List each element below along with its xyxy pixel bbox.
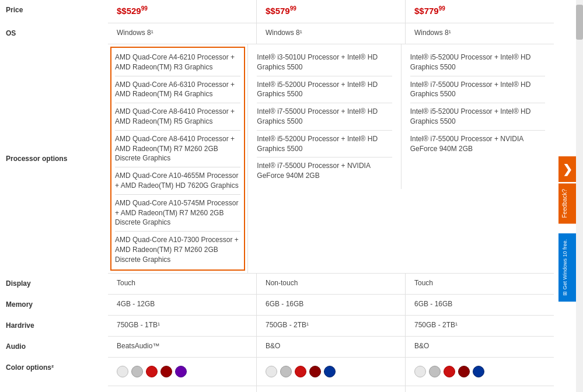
display-label: Display <box>0 274 105 293</box>
color-swatch[interactable] <box>117 366 128 377</box>
memory-label: Memory <box>0 295 105 314</box>
audio-col-1: BeatsAudio™ <box>108 337 257 357</box>
os-label: OS <box>0 23 105 43</box>
os-col-2: Windows 8¹ <box>257 23 406 44</box>
processor-label: Processor options <box>0 149 105 169</box>
color-col-1 <box>108 358 257 386</box>
color-col-2 <box>257 358 406 386</box>
color-swatch[interactable] <box>473 366 484 377</box>
hardrive-col-3: 750GB - 2TB¹ <box>406 316 554 336</box>
color-swatch[interactable] <box>131 366 143 377</box>
color-label: Color options² <box>0 358 105 377</box>
see-all-row: see all specs see all specs see all spec… <box>108 386 554 392</box>
color-swatch[interactable] <box>444 366 455 377</box>
next-arrow[interactable]: ❯ <box>558 156 576 182</box>
processor-col-2: Intel® i3-5010U Processor + Intel® HD Gr… <box>248 44 401 189</box>
color-swatch[interactable] <box>458 366 470 377</box>
see-all-label-empty <box>0 386 105 392</box>
processor-item: AMD Quad-Core A8-6410 Processor + AMD Ra… <box>115 103 240 131</box>
processor-item: Intel® i7-5500U Processor + NVIDIA GeFor… <box>257 158 392 184</box>
color-swatch[interactable] <box>146 366 158 377</box>
processor-item: Intel® i5-5200U Processor + Intel® HD Gr… <box>257 76 392 104</box>
memory-row: Memory 4GB - 12GB 6GB - 16GB 6GB - 16GB <box>108 295 554 316</box>
processor-item: AMD Quad-Core A4-6210 Processor + AMD Ra… <box>115 49 240 76</box>
os-col-1: Windows 8¹ <box>108 23 257 44</box>
memory-col-2: 6GB - 16GB <box>257 295 406 315</box>
color-swatches-1 <box>117 362 247 381</box>
hardrive-label: Hardrive <box>0 316 105 335</box>
color-swatch[interactable] <box>324 366 336 377</box>
os-row: OS Windows 8¹ Windows 8¹ Windows 8¹ <box>108 23 554 44</box>
price-col-3: $$77999 <box>406 0 554 23</box>
page-container: ❯ Feedback? ⊞ Get Windows 10 free. Activ… <box>0 0 583 392</box>
os-col-3: Windows 8¹ <box>406 23 554 44</box>
processor-item: Intel® i7-5500U Processor + Intel® HD Gr… <box>257 103 392 131</box>
see-all-col-1: see all specs <box>108 386 257 392</box>
processor-item: AMD Quad-Core A10-7300 Processor + AMD R… <box>115 232 240 268</box>
processor-item: AMD Quad-Core A6-6310 Processor + AMD Ra… <box>115 76 240 104</box>
processor-item: Intel® i5-5200U Processor + Intel® HD Gr… <box>257 131 392 158</box>
color-swatch[interactable] <box>175 366 187 377</box>
display-row: Display Touch Non-touch Touch <box>108 274 554 295</box>
color-swatch[interactable] <box>414 366 426 377</box>
memory-col-1: 4GB - 12GB <box>108 295 257 315</box>
color-swatches-3 <box>414 362 545 381</box>
processor-item: Intel® i7-5500U Processor + Intel® HD Gr… <box>410 76 545 104</box>
processor-col-1: AMD Quad-Core A4-6210 Processor + AMD Ra… <box>108 44 248 273</box>
price-label: Price <box>0 0 105 20</box>
audio-col-3: B&O <box>406 337 554 357</box>
scrollbar[interactable] <box>576 0 583 392</box>
memory-col-3: 6GB - 16GB <box>406 295 554 315</box>
audio-col-2: B&O <box>257 337 406 357</box>
processor-col-3: Intel® i5-5200U Processor + Intel® HD Gr… <box>402 44 554 162</box>
see-all-col-3: see all specs <box>406 386 554 392</box>
audio-row: Audio BeatsAudio™ B&O B&O <box>108 337 554 358</box>
hardrive-col-2: 750GB - 2TB¹ <box>257 316 406 336</box>
color-swatch[interactable] <box>160 366 172 377</box>
color-swatch[interactable] <box>266 366 277 377</box>
main-content: Price $$52999 $$57999 $$77999 OS Windows… <box>108 0 554 392</box>
color-swatch[interactable] <box>309 366 321 377</box>
processor-item: Intel® i5-5200U Processor + Intel® HD Gr… <box>410 103 545 131</box>
processor-box: AMD Quad-Core A4-6210 Processor + AMD Ra… <box>110 47 245 271</box>
price-col-1: $$52999 <box>108 0 257 23</box>
hardrive-col-1: 750GB - 1TB¹ <box>108 316 257 336</box>
processor-item: AMD Quad-Core A10-4655M Processor + AMD … <box>115 167 240 195</box>
color-swatches-2 <box>266 362 396 381</box>
processor-item: AMD Quad-Core A8-6410 Processor + AMD Ra… <box>115 131 240 167</box>
win10-promo-tab[interactable]: ⊞ Get Windows 10 free. <box>558 233 576 302</box>
price-row: Price $$52999 $$57999 $$77999 <box>108 0 554 23</box>
display-col-2: Non-touch <box>257 274 406 294</box>
display-col-1: Touch <box>108 274 257 294</box>
feedback-tab[interactable]: Feedback? <box>558 183 576 223</box>
scrollbar-thumb[interactable] <box>576 5 583 40</box>
display-col-3: Touch <box>406 274 554 294</box>
color-swatch[interactable] <box>295 366 306 377</box>
price-col-2: $$57999 <box>257 0 406 23</box>
color-swatch[interactable] <box>280 366 292 377</box>
see-all-col-2: see all specs <box>257 386 406 392</box>
processor-row: Processor options AMD Quad-Core A4-6210 … <box>108 44 554 274</box>
hardrive-row: Hardrive 750GB - 1TB¹ 750GB - 2TB¹ 750GB… <box>108 316 554 337</box>
audio-label: Audio <box>0 337 105 356</box>
processor-item: Intel® i3-5010U Processor + Intel® HD Gr… <box>257 49 392 76</box>
color-row: Color options² <box>108 358 554 386</box>
processor-item: Intel® i7-5500U Processor + NVIDIA GeFor… <box>410 131 545 158</box>
processor-item: AMD Quad-Core A10-5745M Processor + AMD … <box>115 195 240 232</box>
color-swatch[interactable] <box>429 366 441 377</box>
processor-item: Intel® i5-5200U Processor + Intel® HD Gr… <box>410 49 545 76</box>
color-col-3 <box>406 358 554 386</box>
